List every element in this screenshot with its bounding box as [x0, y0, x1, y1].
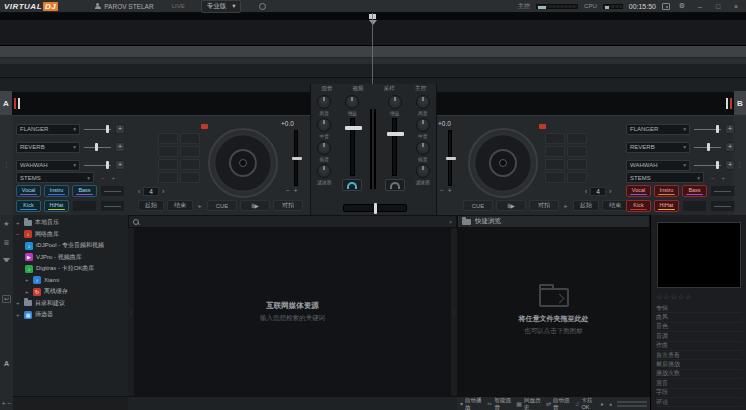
- mixer-tab[interactable]: 主控: [415, 85, 426, 92]
- play-history-button[interactable]: ▦ 回放历史: [516, 397, 541, 410]
- deck-b-fx3-slider[interactable]: [694, 161, 721, 170]
- mixer-tab[interactable]: 混音: [321, 85, 332, 92]
- deck-a-fx3-dropdown[interactable]: WAHWAH▾: [16, 160, 80, 171]
- sidebar-item-local-music[interactable]: + 本地音乐: [13, 217, 128, 229]
- auto-mix-button[interactable]: ⇄ 自动混音: [546, 397, 570, 410]
- deck-b-eq-high-knob[interactable]: [416, 95, 430, 109]
- sidebar-item-xiami[interactable]: + ♪ Xiami: [13, 275, 128, 287]
- minimize-button[interactable]: –: [694, 3, 706, 10]
- deck-a-eq-high-knob[interactable]: [317, 95, 331, 109]
- deck-b-eq-mid-knob[interactable]: [416, 118, 430, 132]
- deck-b-loop-in-button[interactable]: 起始: [573, 200, 599, 211]
- deck-b-sync-button[interactable]: 对拍: [529, 200, 559, 211]
- stems-minus-icon[interactable]: −: [711, 175, 715, 181]
- karaoke-button[interactable]: ♫ 卡拉OK: [575, 397, 596, 410]
- deck-a-volume-fader[interactable]: [350, 118, 355, 176]
- deck-b-stem-kick[interactable]: Kick: [626, 200, 651, 212]
- zoom-in-icon[interactable]: +: [2, 400, 6, 407]
- sidebar-item-idjpool[interactable]: ♪ iDJPool - 专业音频和视频: [13, 240, 128, 252]
- deck-a-stem-hihat[interactable]: HiHat: [44, 200, 69, 212]
- loop-decrease-icon[interactable]: ‹: [138, 188, 140, 195]
- deck-a-fx2-dropdown[interactable]: REVERB▾: [16, 142, 80, 153]
- deck-b-fx1-dropdown[interactable]: FLANGER▾: [626, 124, 690, 135]
- deck-a-fx3-add-button[interactable]: +: [115, 160, 125, 170]
- deck-b-pad[interactable]: [567, 146, 587, 157]
- close-button[interactable]: ×: [730, 3, 742, 10]
- expander[interactable]: +: [16, 300, 21, 306]
- deck-a-fx2-add-button[interactable]: +: [115, 142, 125, 152]
- edition-dropdown[interactable]: 专业版 ▾: [201, 0, 242, 13]
- deck-b-side-tab[interactable]: B: [734, 91, 746, 115]
- deck-b-pad[interactable]: [545, 159, 565, 170]
- pitch-plus-icon[interactable]: +: [294, 187, 298, 194]
- pitch-minus-icon[interactable]: −: [286, 187, 290, 194]
- deck-a-pitch-fader[interactable]: [294, 130, 298, 186]
- deck-a-eq-mid-knob[interactable]: [317, 118, 331, 132]
- deck-b-loop-out-button[interactable]: 结束: [602, 200, 628, 211]
- deck-b-fx2-slider[interactable]: [694, 143, 721, 152]
- stems-minus-icon[interactable]: −: [101, 175, 105, 181]
- rhythm-wave-deck-a[interactable]: [12, 91, 310, 115]
- record-icon[interactable]: [662, 3, 670, 10]
- star-icon[interactable]: ☆: [663, 293, 670, 300]
- deck-b-pad[interactable]: [567, 133, 587, 144]
- status-circle-icon[interactable]: [259, 3, 266, 10]
- deck-a-play-pause-button[interactable]: Ⅱ▶: [240, 200, 270, 211]
- deck-a-loop-out-button[interactable]: 结束: [167, 200, 193, 211]
- sidebar-item-offline-cache[interactable]: + ↻ 离线缓存: [13, 286, 128, 298]
- deck-b-filter-knob[interactable]: [416, 164, 430, 178]
- deck-a-sync-button[interactable]: 对拍: [273, 200, 303, 211]
- automix-button[interactable]: ▾ 自动播放: [460, 397, 482, 410]
- rating-stars[interactable]: ☆☆☆☆☆: [656, 293, 692, 301]
- deck-b-play-pause-button[interactable]: Ⅱ▶: [496, 200, 526, 211]
- album-art[interactable]: [657, 222, 741, 288]
- list-stack-icon[interactable]: ≣: [4, 239, 10, 247]
- deck-a-pad[interactable]: [158, 172, 178, 183]
- deck-b-stems-dropdown[interactable]: STEMS▾: [626, 172, 704, 183]
- deck-a-fx2-slider[interactable]: [84, 143, 111, 152]
- deck-b-eq-low-knob[interactable]: [416, 141, 430, 155]
- deck-a-stem-vocal[interactable]: Vocal: [16, 185, 41, 197]
- deck-b-fx2-dropdown[interactable]: REVERB▾: [626, 142, 690, 153]
- pitch-plus-icon[interactable]: +: [448, 187, 452, 194]
- deck-a-stem-bass[interactable]: Bass: [72, 185, 97, 197]
- sidebar-item-folders-suggestions[interactable]: + 目录和建议: [13, 298, 128, 310]
- star-icon[interactable]: ☆: [685, 293, 692, 300]
- sidelist-icon[interactable]: ▸: [601, 400, 604, 407]
- deck-a-eq-low-knob[interactable]: [317, 141, 331, 155]
- deck-b-stem-slot-slider[interactable]: [710, 185, 735, 197]
- deck-b-stem-hihat[interactable]: HiHat: [654, 200, 679, 212]
- deck-b-cue-button[interactable]: CUE: [463, 200, 493, 211]
- deck-a-pad[interactable]: [180, 159, 200, 170]
- back-button[interactable]: ↩: [2, 295, 11, 303]
- deck-b-fx2-add-button[interactable]: +: [725, 142, 735, 152]
- deck-a-pfl-button[interactable]: [342, 179, 362, 191]
- loop-decrease-icon[interactable]: ‹: [585, 188, 587, 195]
- stems-plus-icon[interactable]: +: [112, 175, 116, 181]
- deck-b-fx3-dropdown[interactable]: WAHWAH▾: [626, 160, 690, 171]
- record-dot-icon[interactable]: ●: [609, 401, 612, 407]
- sidebar-item-vjpro[interactable]: ▶ VJPro - 视频曲库: [13, 252, 128, 264]
- favorites-icon[interactable]: ★: [3, 220, 9, 228]
- expander[interactable]: +: [16, 312, 21, 318]
- deck-a-fx1-slider[interactable]: [84, 125, 111, 134]
- pitch-minus-icon[interactable]: −: [440, 187, 444, 194]
- deck-a-pad[interactable]: [180, 172, 200, 183]
- filter-funnel-icon[interactable]: [3, 258, 10, 262]
- slip-icon[interactable]: ▸: [562, 202, 570, 209]
- main-waveform-display[interactable]: [0, 20, 746, 46]
- deck-a-stem-kick[interactable]: Kick: [16, 200, 41, 212]
- deck-a-stem-slot-empty[interactable]: [72, 200, 97, 212]
- zoom-out-icon[interactable]: −: [8, 400, 12, 407]
- deck-a-fx1-dropdown[interactable]: FLANGER▾: [16, 124, 80, 135]
- deck-b-fx1-add-button[interactable]: +: [725, 124, 735, 134]
- deck-a-pad[interactable]: [158, 159, 178, 170]
- search-bar[interactable]: ▾: [128, 215, 457, 228]
- deck-b-stem-bass[interactable]: Bass: [682, 185, 707, 197]
- deck-a-stems-dropdown[interactable]: STEMS▾: [16, 172, 94, 183]
- deck-b-pad[interactable]: [545, 172, 565, 183]
- sidebar-item-filters[interactable]: + ▦ 筛选器: [13, 309, 128, 321]
- sidebar-item-digitrax[interactable]: ♪ Digitrax - 卡拉OK曲库: [13, 263, 128, 275]
- deck-b-pad[interactable]: [545, 133, 565, 144]
- expander[interactable]: +: [25, 289, 30, 295]
